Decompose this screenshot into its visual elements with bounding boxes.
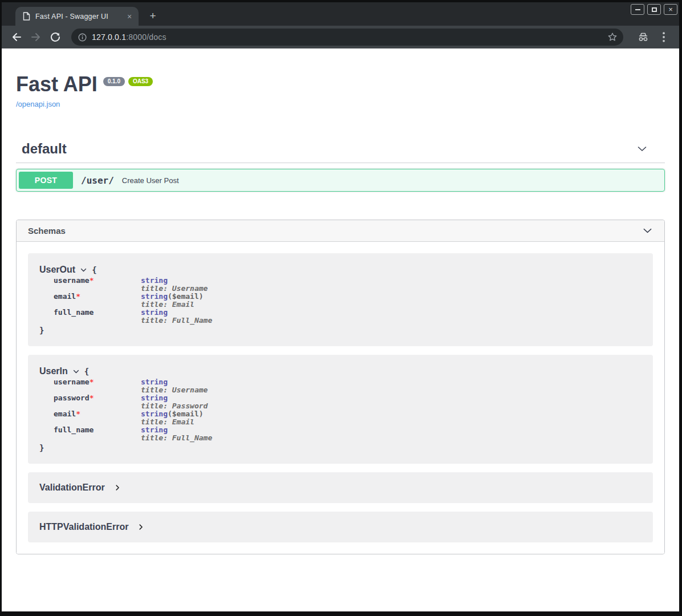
property-title: title: Username (141, 386, 208, 394)
property-type: string (141, 394, 168, 402)
window-frame: Fast API - Swagger UI × + × (0, 0, 682, 616)
back-button[interactable] (10, 30, 23, 44)
tab-title: Fast API - Swagger UI (35, 13, 120, 21)
chevron-down-icon[interactable] (72, 368, 80, 375)
property-row: email* string($email) title: Email (54, 293, 642, 309)
browser-window: Fast API - Swagger UI × + × (2, 2, 679, 611)
property-type: string (141, 425, 168, 434)
address-bar[interactable]: 127.0.0.1:8000/docs (71, 29, 623, 46)
property-format: ($email) (168, 292, 204, 301)
openapi-json-link[interactable]: /openapi.json (16, 100, 60, 108)
model-userin-header[interactable]: UserIn { (39, 366, 642, 376)
minimize-icon (635, 9, 640, 10)
url-path: :8000/docs (126, 33, 167, 42)
property-row: full_name string title: Full_Name (54, 426, 642, 442)
property-row: username* string title: Username (54, 277, 642, 293)
property-row: password* string title: Password (54, 394, 642, 410)
chevron-down-icon[interactable] (636, 143, 648, 155)
model-httpvalidationerror: HTTPValidationError (28, 512, 653, 542)
property-type: string (141, 308, 168, 317)
reload-button[interactable] (48, 30, 62, 44)
version-badge: 0.1.0 (103, 77, 125, 86)
api-info-section: Fast API 0.1.0 OAS3 /openapi.json (16, 74, 665, 109)
property-format: ($email) (168, 410, 204, 418)
chevron-right-icon[interactable] (137, 524, 144, 530)
chevron-right-icon[interactable] (114, 484, 121, 491)
incognito-icon (636, 30, 651, 44)
required-star: * (76, 292, 80, 301)
required-star: * (90, 276, 94, 285)
url-text[interactable]: 127.0.0.1:8000/docs (92, 33, 607, 42)
browser-tab[interactable]: Fast API - Swagger UI × (15, 7, 139, 26)
model-httpvalidationerror-header[interactable]: HTTPValidationError (39, 522, 642, 532)
property-name: username (54, 378, 90, 386)
chevron-down-icon[interactable] (80, 266, 87, 274)
model-name: UserOut (39, 265, 75, 275)
property-type: string (141, 378, 168, 386)
opblock-post-user[interactable]: POST /user/ Create User Post (16, 169, 665, 192)
oas3-badge: OAS3 (128, 77, 153, 86)
menu-dots-icon[interactable] (656, 30, 671, 44)
page-favicon-icon (23, 12, 30, 21)
schemas-heading: Schemas (28, 226, 66, 236)
minimize-button[interactable] (631, 4, 644, 15)
site-info-icon[interactable] (78, 33, 87, 42)
property-title: title: Full_Name (141, 434, 212, 442)
property-type: string (141, 276, 168, 285)
model-name: UserIn (39, 366, 68, 376)
property-type: string (141, 292, 168, 301)
close-brace: } (39, 326, 642, 335)
operation-summary: Create User Post (122, 176, 179, 185)
model-validationerror-header[interactable]: ValidationError (39, 483, 642, 493)
property-row: full_name string title: Full_Name (54, 309, 642, 325)
model-validationerror: ValidationError (28, 472, 653, 503)
property-row: username* string title: Username (54, 378, 642, 394)
property-title: title: Full_Name (141, 317, 212, 325)
post-method-button[interactable]: POST (19, 172, 73, 189)
bookmark-star-icon[interactable] (607, 32, 618, 42)
tag-section-header[interactable]: default (16, 141, 665, 163)
property-name: email (54, 292, 76, 301)
maximize-button[interactable] (647, 4, 661, 15)
title-bar: Fast API - Swagger UI × + × (2, 2, 679, 26)
url-host: 127.0.0.1 (92, 33, 126, 42)
schemas-section: Schemas UserOut (16, 220, 665, 554)
schemas-header[interactable]: Schemas (17, 220, 664, 242)
open-brace: { (84, 367, 89, 376)
operation-path: /user/ (81, 175, 114, 186)
required-star: * (76, 410, 80, 418)
model-userout-header[interactable]: UserOut { (39, 265, 642, 275)
close-button[interactable]: × (664, 4, 677, 15)
window-controls: × (631, 4, 677, 15)
page-content: Fast API 0.1.0 OAS3 /openapi.json defaul… (2, 48, 679, 611)
property-name: full_name (54, 425, 94, 434)
forward-button[interactable] (29, 30, 43, 44)
maximize-icon (652, 7, 657, 12)
tag-name: default (22, 141, 67, 157)
schemas-body: UserOut { username* string (17, 242, 664, 554)
property-title: title: Email (141, 418, 204, 426)
chevron-down-icon[interactable] (642, 225, 653, 236)
property-name: password (54, 394, 90, 402)
required-star: * (90, 378, 94, 386)
property-type: string (141, 410, 168, 418)
property-title: title: Username (141, 285, 208, 293)
property-title: title: Password (141, 402, 208, 410)
model-userout: UserOut { username* string (28, 253, 653, 346)
required-star: * (90, 394, 94, 402)
model-name: ValidationError (39, 483, 105, 493)
property-title: title: Email (141, 301, 204, 309)
browser-toolbar: 127.0.0.1:8000/docs (2, 26, 679, 48)
close-brace: } (39, 443, 642, 452)
property-name: username (54, 276, 90, 285)
model-userin: UserIn { username* string (28, 355, 653, 464)
property-name: full_name (54, 308, 94, 317)
open-brace: { (92, 265, 96, 274)
property-name: email (54, 410, 76, 418)
page-title: Fast API (16, 74, 98, 95)
property-row: email* string($email) title: Email (54, 410, 642, 426)
new-tab-button[interactable]: + (146, 9, 160, 23)
close-icon: × (668, 6, 673, 13)
model-name: HTTPValidationError (39, 522, 128, 532)
tab-close-icon[interactable]: × (125, 12, 134, 21)
